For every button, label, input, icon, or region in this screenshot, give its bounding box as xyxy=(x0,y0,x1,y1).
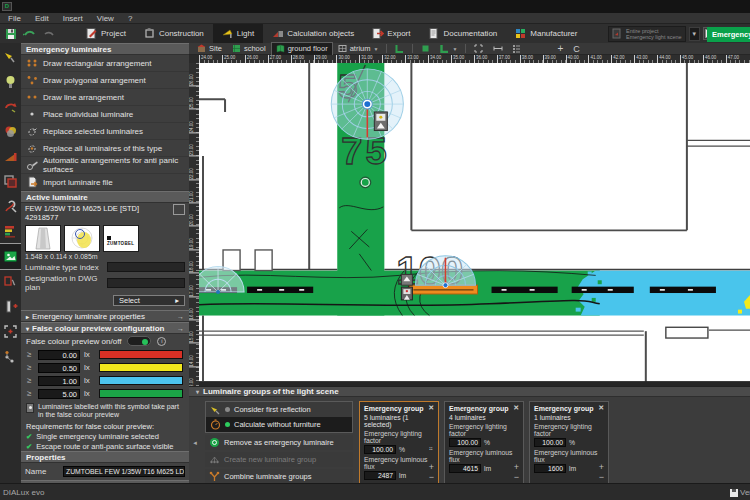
luminaire-bar[interactable] xyxy=(572,287,634,293)
detach-panel-icon[interactable]: → xyxy=(177,313,184,320)
tab-manufacturer[interactable]: Manufacturer xyxy=(506,24,586,43)
colour-wheel-tool[interactable] xyxy=(0,119,21,144)
false-colour-header[interactable]: ▾False colour preview configuration→ xyxy=(21,322,189,334)
tab-project[interactable]: Project xyxy=(77,24,135,43)
emergency-group-card-2[interactable]: Emergency group✕ 4 luminaires Emergency … xyxy=(444,401,524,484)
copy-luminaire-icon[interactable] xyxy=(175,206,185,215)
tools-tool[interactable] xyxy=(0,194,21,219)
factor-input[interactable]: 100.00 xyxy=(364,445,396,454)
colour-swatch-yellow[interactable] xyxy=(99,363,183,372)
tool-automatic-anti-panic[interactable]: Automatic arrangements for anti panic su… xyxy=(21,157,189,174)
frame-tool[interactable] xyxy=(0,319,21,344)
panel-collapse-handle[interactable]: ◂ xyxy=(191,401,199,484)
increase-icon[interactable]: + xyxy=(599,464,604,471)
name-input[interactable]: ZUMTOBEL FEW 1/35W T16 M625 LDE [STD] xyxy=(63,466,185,477)
tool-draw-polygonal[interactable]: Draw polygonal arrangement xyxy=(21,72,189,89)
create-new-luminaire-group-button[interactable]: Create new luminaire group xyxy=(205,452,353,467)
flux-input[interactable]: 2487 xyxy=(364,471,396,480)
tab-construction[interactable]: Construction xyxy=(135,24,213,43)
remove-as-emergency-luminaire-button[interactable]: Remove as emergency luminaire xyxy=(205,435,353,450)
tool-draw-rectangular[interactable]: Draw rectangular arrangement xyxy=(21,55,189,72)
emergency-group-card-1[interactable]: Emergency group✕ 5 luminaires (1 selecte… xyxy=(359,401,439,484)
flux-input[interactable]: 4615 xyxy=(449,464,481,473)
floor-plan-canvas[interactable]: 5 75 100 xyxy=(199,63,750,386)
menu-file[interactable]: File xyxy=(8,14,21,23)
decrease-icon[interactable]: − xyxy=(514,474,519,481)
scope-display[interactable]: Entire projectEmergency light scene xyxy=(608,26,686,42)
false-colour-toggle[interactable] xyxy=(127,336,151,346)
close-group-icon[interactable]: ✕ xyxy=(598,404,604,412)
decrease-icon[interactable]: − xyxy=(599,474,604,481)
detach-panel-icon[interactable]: → xyxy=(177,325,184,332)
type-index-input[interactable] xyxy=(107,262,185,272)
flux-input[interactable]: 1600 xyxy=(534,464,566,473)
decrease-icon[interactable]: − xyxy=(429,474,434,481)
colour-swatch-red[interactable] xyxy=(99,350,183,359)
emergency-group-card-3[interactable]: Emergency group✕ 1 luminaires Emergency … xyxy=(529,401,609,484)
emergency-scene-mode[interactable] xyxy=(0,244,21,269)
tool-replace-all[interactable]: Replace all luminaires of this type xyxy=(21,140,189,157)
tool-place-individual[interactable]: Place individual luminaire xyxy=(21,106,189,123)
structure-tool[interactable] xyxy=(0,344,21,369)
threshold-input-2[interactable]: 1.00 xyxy=(38,376,80,386)
room-dropdown-icon[interactable]: ▼ xyxy=(374,46,379,52)
desk-lamp-tool[interactable] xyxy=(0,44,21,69)
scope-dropdown-button[interactable]: ▼ xyxy=(689,27,700,41)
expand-group-icon[interactable]: ⠛ xyxy=(429,446,434,453)
energy-tool[interactable] xyxy=(0,219,21,244)
menu-insert[interactable]: Insert xyxy=(63,14,83,23)
plan-view-button[interactable] xyxy=(391,43,408,55)
threshold-input-0[interactable]: 0.00 xyxy=(38,350,80,360)
view-dropdown-icon[interactable]: ▼ xyxy=(452,46,457,52)
luminaire-bar[interactable] xyxy=(492,287,558,293)
factor-input[interactable]: 100.00 xyxy=(534,438,566,447)
dwg-designation-input[interactable] xyxy=(107,278,185,288)
luminaire-groups-header[interactable]: ▾Luminaire groups of the light scene xyxy=(189,387,750,397)
site-button[interactable]: Site xyxy=(193,43,226,55)
column-tool[interactable] xyxy=(0,294,21,319)
save-icon[interactable] xyxy=(4,28,17,40)
factor-input[interactable]: 100.00 xyxy=(449,438,481,447)
select-luminaire-button[interactable]: Select▸ xyxy=(113,295,185,306)
consider-first-reflection-button[interactable]: Consider first reflection xyxy=(206,402,352,417)
replace-tool[interactable] xyxy=(0,94,21,119)
copy-rooms-tool[interactable] xyxy=(0,169,21,194)
tool-import-luminaire-file[interactable]: Import luminaire file xyxy=(21,174,189,191)
building-button[interactable]: school xyxy=(228,43,270,55)
refresh-button[interactable]: C xyxy=(569,43,584,55)
tab-export[interactable]: Export xyxy=(363,24,419,43)
tool-draw-line[interactable]: Draw line arrangement xyxy=(21,89,189,106)
bulb-tool[interactable] xyxy=(0,69,21,94)
tab-light[interactable]: Light xyxy=(213,24,263,43)
room-button[interactable]: atrium▼ xyxy=(334,43,383,55)
threshold-input-1[interactable]: 0.50 xyxy=(38,363,80,373)
tool-replace-selected[interactable]: Replace selected luminaires xyxy=(21,123,189,140)
redo-icon[interactable] xyxy=(42,28,55,40)
colour-swatch-green[interactable] xyxy=(99,389,183,398)
luminaire-dot[interactable] xyxy=(360,177,371,188)
daylight-tool[interactable] xyxy=(0,144,21,169)
export-calc-tool[interactable] xyxy=(0,269,21,294)
fit-view-button[interactable] xyxy=(470,43,487,55)
layers-button[interactable] xyxy=(508,43,525,55)
colour-swatch-cyan[interactable] xyxy=(99,376,183,385)
threshold-input-3[interactable]: 5.00 xyxy=(38,389,80,399)
undo-icon[interactable] xyxy=(23,28,36,40)
floor-button[interactable]: ground floor xyxy=(272,43,332,55)
selection-handle-icons[interactable] xyxy=(401,274,412,299)
increase-icon[interactable]: + xyxy=(429,464,434,471)
emergency-properties-header[interactable]: ▸Emergency luminaire properties→ xyxy=(21,310,189,322)
measure-button[interactable] xyxy=(489,43,506,55)
view-3d-button[interactable] xyxy=(417,43,434,55)
close-group-icon[interactable]: ✕ xyxy=(513,404,519,412)
menu-edit[interactable]: Edit xyxy=(35,14,49,23)
info-icon[interactable]: i xyxy=(157,337,166,346)
calculate-without-furniture-button[interactable]: Calculate without furniture xyxy=(206,417,352,432)
close-group-icon[interactable]: ✕ xyxy=(428,404,434,412)
zoom-in-button[interactable]: + xyxy=(553,43,567,55)
tab-documentation[interactable]: Documentation xyxy=(419,24,506,43)
tab-calculation-objects[interactable]: Calculation objects xyxy=(263,24,363,43)
menu-help[interactable]: ? xyxy=(128,14,132,23)
combine-luminaire-groups-button[interactable]: Combine luminaire groups xyxy=(205,469,353,484)
section-view-button[interactable]: ▼ xyxy=(436,43,461,55)
